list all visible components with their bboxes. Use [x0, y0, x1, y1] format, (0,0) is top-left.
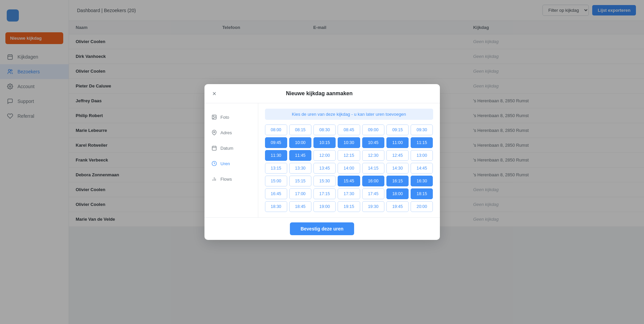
time-slot-button[interactable]: 14:30 — [386, 163, 409, 174]
time-slot-button[interactable]: 10:30 — [338, 137, 360, 148]
time-slot-button[interactable]: 14:45 — [411, 163, 433, 174]
time-grid: 08:0008:1508:3008:4509:0009:1509:3009:45… — [265, 124, 433, 212]
modal-sidebar-uren[interactable]: Uren — [204, 156, 258, 171]
time-slot-button[interactable]: 19:30 — [362, 201, 384, 212]
time-slot-button[interactable]: 13:00 — [411, 150, 433, 161]
image-icon — [211, 114, 217, 120]
time-slot-button[interactable]: 18:30 — [265, 201, 287, 212]
time-slot-button[interactable]: 17:00 — [289, 188, 311, 199]
time-slot-button[interactable]: 13:30 — [289, 163, 311, 174]
time-slot-button[interactable]: 19:45 — [386, 201, 409, 212]
modal-sidebar-label: Datum — [221, 146, 233, 151]
modal-sidebar-datum[interactable]: Datum — [204, 141, 258, 155]
modal: × Nieuwe kijkdag aanmaken Foto Adres — [204, 84, 440, 240]
calendar-icon — [211, 145, 217, 151]
time-slot-button[interactable]: 11:15 — [411, 137, 433, 148]
time-slot-button[interactable]: 12:45 — [386, 150, 409, 161]
time-slot-button[interactable]: 15:45 — [338, 176, 360, 186]
time-slot-button[interactable]: 19:15 — [338, 201, 360, 212]
time-slot-button[interactable]: 18:00 — [386, 188, 409, 199]
time-slot-button[interactable]: 15:15 — [289, 176, 311, 186]
time-slot-button[interactable]: 16:00 — [362, 176, 384, 186]
time-slot-button[interactable]: 12:00 — [313, 150, 336, 161]
time-slot-button[interactable]: 12:30 — [362, 150, 384, 161]
time-slot-button[interactable]: 17:45 — [362, 188, 384, 199]
time-slot-button[interactable]: 08:30 — [313, 124, 336, 135]
time-slot-button[interactable]: 16:15 — [386, 176, 409, 186]
flows-icon — [211, 176, 217, 182]
clock-icon — [211, 160, 217, 167]
svg-rect-10 — [212, 146, 216, 150]
time-slot-button[interactable]: 09:15 — [386, 124, 409, 135]
time-slot-button[interactable]: 08:45 — [338, 124, 360, 135]
modal-body: Foto Adres Datum — [204, 103, 440, 217]
time-slot-button[interactable]: 09:00 — [362, 124, 384, 135]
time-slot-button[interactable]: 12:15 — [338, 150, 360, 161]
time-slot-button[interactable]: 10:15 — [313, 137, 336, 148]
time-slot-button[interactable]: 13:15 — [265, 163, 287, 174]
svg-point-8 — [213, 116, 214, 117]
time-slot-button[interactable]: 08:00 — [265, 124, 287, 135]
time-slot-button[interactable]: 19:00 — [313, 201, 336, 212]
modal-time-content: Kies de uren van deze kijkdag - u kan la… — [258, 103, 440, 217]
modal-footer: Bevestig deze uren — [204, 217, 440, 240]
time-slot-button[interactable]: 09:45 — [265, 137, 287, 148]
modal-close-button[interactable]: × — [213, 90, 217, 97]
time-slot-button[interactable]: 18:15 — [411, 188, 433, 199]
time-slot-button[interactable]: 13:45 — [313, 163, 336, 174]
modal-title: Nieuwe kijkdag aanmaken — [216, 91, 422, 97]
time-slot-button[interactable]: 08:15 — [289, 124, 311, 135]
modal-sidebar-foto[interactable]: Foto — [204, 110, 258, 124]
time-slot-button[interactable]: 18:45 — [289, 201, 311, 212]
confirm-button[interactable]: Bevestig deze uren — [290, 222, 354, 235]
time-slot-button[interactable]: 16:45 — [265, 188, 287, 199]
modal-sidebar-adres[interactable]: Adres — [204, 125, 258, 140]
time-slot-button[interactable]: 10:45 — [362, 137, 384, 148]
time-slot-button[interactable]: 15:00 — [265, 176, 287, 186]
time-slot-button[interactable]: 10:00 — [289, 137, 311, 148]
time-slot-button[interactable]: 20:00 — [411, 201, 433, 212]
time-hint: Kies de uren van deze kijkdag - u kan la… — [265, 109, 433, 120]
time-slot-button[interactable]: 17:30 — [338, 188, 360, 199]
time-slot-button[interactable]: 11:45 — [289, 150, 311, 161]
time-slot-button[interactable]: 14:15 — [362, 163, 384, 174]
time-slot-button[interactable]: 15:30 — [313, 176, 336, 186]
modal-sidebar-label: Foto — [221, 115, 229, 120]
time-slot-button[interactable]: 09:30 — [411, 124, 433, 135]
time-slot-button[interactable]: 14:00 — [338, 163, 360, 174]
modal-header: × Nieuwe kijkdag aanmaken — [204, 84, 440, 103]
modal-overlay[interactable]: × Nieuwe kijkdag aanmaken Foto Adres — [0, 0, 644, 324]
time-slot-button[interactable]: 11:00 — [386, 137, 409, 148]
svg-point-9 — [214, 132, 215, 133]
time-slot-button[interactable]: 11:30 — [265, 150, 287, 161]
time-slot-button[interactable]: 16:30 — [411, 176, 433, 186]
time-slot-button[interactable]: 17:15 — [313, 188, 336, 199]
modal-sidebar-flows[interactable]: Flows — [204, 172, 258, 186]
modal-sidebar: Foto Adres Datum — [204, 103, 258, 217]
modal-sidebar-label: Uren — [221, 161, 230, 166]
location-icon — [211, 130, 217, 136]
modal-sidebar-label: Adres — [221, 130, 232, 135]
modal-sidebar-label: Flows — [221, 177, 232, 182]
